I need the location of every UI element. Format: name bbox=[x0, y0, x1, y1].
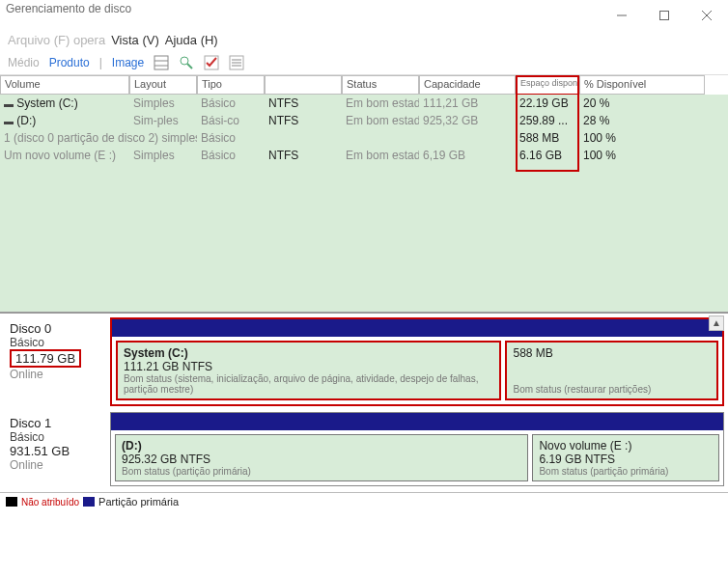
disk0-header-bar bbox=[112, 319, 722, 337]
part-status: Bom status (partição primária) bbox=[539, 466, 713, 477]
vol-cell: 1 (disco 0 partição de disco 2) simples? bbox=[0, 131, 197, 145]
pct-cell: 28 % bbox=[579, 114, 705, 127]
fs-cell: NTFS bbox=[265, 96, 342, 110]
minimize-button[interactable] bbox=[601, 2, 643, 29]
free-cell: 22.19 GB bbox=[516, 96, 579, 110]
layout-cell: Simples bbox=[129, 96, 197, 110]
table-row[interactable]: ▬ System (C:) Simples Básico NTFS Em bom… bbox=[0, 95, 728, 112]
titlebar: Gerenciamento de disco bbox=[0, 0, 728, 29]
col-percent[interactable]: % Disponível bbox=[579, 75, 705, 95]
part-title: Novo volume (E :) bbox=[539, 439, 713, 453]
fs-cell: NTFS bbox=[265, 149, 342, 162]
toolbar-icon-search[interactable] bbox=[179, 55, 194, 70]
tipo-cell: Básico bbox=[197, 96, 265, 110]
status-cell: Em bom estado (... bbox=[342, 96, 419, 110]
svg-rect-1 bbox=[660, 12, 669, 20]
cap-cell: 925,32 GB bbox=[419, 114, 516, 127]
tipo-cell: Bási-co bbox=[197, 114, 265, 127]
disk1-header-bar bbox=[111, 413, 723, 430]
disk0-partition-recovery[interactable]: 588 MB Bom status (restaurar partições) bbox=[505, 341, 718, 400]
part-sub: 6.19 GB NTFS bbox=[539, 453, 713, 466]
vol-cell: ▬ System (C:) bbox=[0, 96, 129, 110]
disk-icon: ▬ bbox=[4, 116, 14, 126]
cap-cell: 111,21 GB bbox=[419, 96, 516, 110]
menu-arquivo-faded: Arquivo (F) opera bbox=[8, 33, 105, 47]
toolbar-icon-check[interactable] bbox=[204, 55, 219, 70]
part-status: Bom status (sistema, inicialização, arqu… bbox=[124, 373, 493, 395]
fs-cell: NTFS bbox=[265, 114, 342, 127]
toolbar-medio: Médio bbox=[8, 56, 40, 69]
free-cell: 588 MB bbox=[516, 131, 579, 145]
disk0-row: Disco 0 Básico 111.79 GB Online System (… bbox=[4, 317, 724, 406]
table-body: ▬ System (C:) Simples Básico NTFS Em bom… bbox=[0, 95, 728, 312]
maximize-button[interactable] bbox=[643, 2, 686, 29]
disk-graphical-area: ▲ Disco 0 Básico 111.79 GB Online System… bbox=[0, 314, 728, 486]
disk1-row: Disco 1 Básico 931.51 GB Online (D:) 925… bbox=[4, 412, 724, 486]
menu-ajuda[interactable]: Ajuda (H) bbox=[165, 33, 218, 47]
disk0-partition-c[interactable]: System (C:) 111.21 GB NTFS Bom status (s… bbox=[116, 341, 501, 400]
disk1-partition-e[interactable]: Novo volume (E :) 6.19 GB NTFS Bom statu… bbox=[532, 434, 719, 481]
col-tipo[interactable]: Tipo bbox=[197, 75, 265, 95]
part-status: Bom status (partição primária) bbox=[122, 466, 521, 477]
pct-cell: 100 % bbox=[579, 131, 705, 145]
pct-cell: 20 % bbox=[579, 96, 705, 110]
menubar: Arquivo (F) opera Vista (V) Ajuda (H) bbox=[0, 29, 728, 50]
toolbar-image[interactable]: Image bbox=[112, 56, 144, 69]
vol-cell: ▬ (D:) bbox=[0, 114, 129, 127]
toolbar-icon-table[interactable] bbox=[154, 55, 169, 70]
layout-cell: Sim-ples bbox=[129, 114, 197, 127]
legend-unallocated: Não atribuído bbox=[21, 497, 79, 507]
disk-icon: ▬ bbox=[4, 98, 14, 109]
legend-primary: Partição primária bbox=[98, 496, 179, 507]
legend: Não atribuído Partição primária bbox=[0, 492, 728, 510]
window-controls bbox=[601, 2, 728, 29]
col-layout[interactable]: Layout bbox=[129, 75, 197, 95]
col-filesystem[interactable] bbox=[265, 75, 342, 95]
part-title: 588 MB bbox=[513, 346, 711, 360]
svg-line-8 bbox=[187, 64, 192, 69]
vol-cell: Um novo volume (E :) bbox=[0, 149, 129, 162]
table-row[interactable]: Um novo volume (E :) Simples Básico NTFS… bbox=[0, 147, 728, 164]
disk1-partition-d[interactable]: (D:) 925.32 GB NTFS Bom status (partição… bbox=[115, 434, 528, 481]
window-title: Gerenciamento de disco bbox=[6, 2, 131, 15]
disk0-title: Disco 0 bbox=[10, 321, 106, 336]
disk1-title: Disco 1 bbox=[10, 416, 106, 430]
table-row[interactable]: 1 (disco 0 partição de disco 2) simples?… bbox=[0, 129, 728, 147]
col-capacidade[interactable]: Capacidade bbox=[419, 75, 516, 95]
disk0-graphic: System (C:) 111.21 GB NTFS Bom status (s… bbox=[110, 317, 724, 406]
toolbar-icon-list[interactable] bbox=[229, 55, 244, 70]
disk1-label: Disco 1 Básico 931.51 GB Online bbox=[4, 412, 110, 486]
col-free[interactable]: Espaço disponível bbox=[516, 75, 579, 95]
svg-rect-4 bbox=[154, 56, 168, 69]
disk0-type: Básico bbox=[10, 336, 106, 349]
col-status[interactable]: Status bbox=[342, 75, 419, 95]
col-volume[interactable]: Volume bbox=[0, 75, 129, 95]
part-status: Bom status (restaurar partições) bbox=[513, 384, 711, 395]
disk1-status: Online bbox=[10, 458, 106, 472]
toolbar-sep: | bbox=[99, 56, 102, 69]
cap-cell: 6,19 GB bbox=[419, 149, 516, 162]
free-cell: 6.16 GB bbox=[516, 149, 579, 162]
disk0-status: Online bbox=[10, 368, 106, 381]
volume-table: Volume Layout Tipo Status Capacidade Esp… bbox=[0, 75, 728, 314]
table-row[interactable]: ▬ (D:) Sim-ples Bási-co NTFS Em bom esta… bbox=[0, 112, 728, 129]
toolbar: Médio Produto | Image bbox=[0, 50, 728, 75]
close-button[interactable] bbox=[686, 2, 728, 29]
tipo-cell: Básico bbox=[197, 149, 265, 162]
scroll-up-arrow[interactable]: ▲ bbox=[709, 315, 724, 331]
part-sub: 925.32 GB NTFS bbox=[122, 453, 521, 466]
menu-vista[interactable]: Vista (V) bbox=[111, 33, 159, 47]
legend-swatch-unallocated bbox=[6, 497, 17, 507]
status-cell: Em bom estado (... bbox=[342, 114, 419, 127]
disk0-size-highlight: 111.79 GB bbox=[10, 349, 81, 368]
disk1-size: 931.51 GB bbox=[10, 444, 106, 458]
status-cell: Em bom estado (... bbox=[342, 149, 419, 162]
legend-swatch-primary bbox=[83, 497, 95, 507]
tipo-cell: Básico bbox=[197, 131, 265, 145]
part-title: System (C:) bbox=[124, 346, 493, 360]
toolbar-produto[interactable]: Produto bbox=[49, 56, 90, 69]
part-title: (D:) bbox=[122, 439, 521, 453]
disk0-label: Disco 0 Básico 111.79 GB Online bbox=[4, 317, 110, 406]
part-sub: 111.21 GB NTFS bbox=[124, 360, 493, 373]
free-cell: 259.89 ... bbox=[516, 114, 579, 127]
